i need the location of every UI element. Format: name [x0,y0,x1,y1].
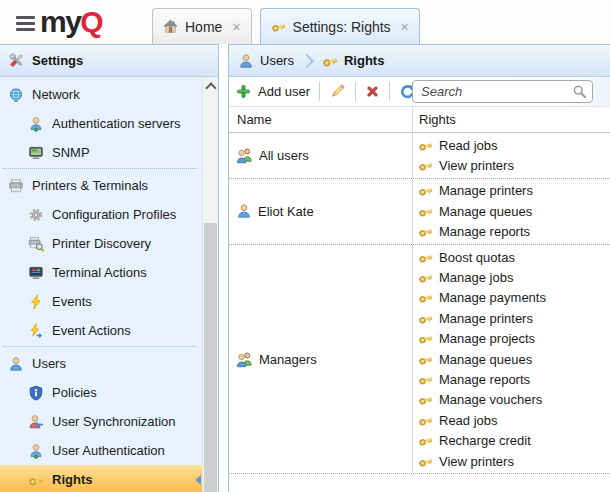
lightning-arrow-icon [28,323,44,339]
printer-search-icon [28,236,44,252]
settings-sidebar: Settings Network Authentication servers … [0,44,219,492]
sidebar-item-terminal-actions[interactable]: Terminal Actions [0,258,203,287]
key-icon [418,183,433,198]
rights-table: All users Read jobs View printers Eliot … [229,133,610,492]
sidebar-item-label: Printer Discovery [52,236,151,251]
name-cell: Managers [229,245,412,473]
tab-settings-rights[interactable]: Settings: Rights × [260,8,420,44]
sidebar-item-label: User Synchronization [52,414,176,429]
brand-wordmark: myQ [40,5,102,39]
sidebar-item-printers-terminals[interactable]: Printers & Terminals [0,171,203,200]
sidebar-item-printer-discovery[interactable]: Printer Discovery [0,229,203,258]
name-cell: All users [229,133,412,178]
user-sync-icon [28,414,44,430]
scrollbar-thumb[interactable] [204,223,217,492]
delete-x-icon [365,84,380,99]
key-icon [418,224,433,239]
right-entry: View printers [418,451,610,471]
sidebar-item-event-actions[interactable]: Event Actions [0,316,203,345]
right-entry: Manage vouchers [418,390,610,410]
globe-icon [8,87,24,103]
user-name: All users [259,148,309,163]
sidebar-item-label: Policies [52,385,97,400]
sidebar-item-label: Printers & Terminals [32,178,148,193]
close-icon[interactable]: × [401,20,409,34]
key-icon [418,290,433,305]
right-entry: Read jobs [418,135,610,155]
right-entry: Manage queues [418,349,610,369]
group-icon [236,351,253,368]
sidebar-item-label: User Authentication [52,443,165,458]
lightning-icon [28,294,44,310]
sidebar-item-user-synchronization[interactable]: User Synchronization [0,407,203,436]
sidebar-item-configuration-profiles[interactable]: Configuration Profiles [0,200,203,229]
sidebar-nav: Network Authentication servers SNMP Prin… [0,77,203,492]
key-icon [418,392,433,407]
sidebar-item-label: Users [32,356,66,371]
table-row[interactable]: Managers Boost quotas Manage jobs Manage… [229,245,610,474]
sidebar-item-user-authentication[interactable]: User Authentication [0,436,203,465]
hamburger-menu-icon[interactable] [16,16,35,31]
right-entry: Manage payments [418,288,610,308]
sidebar-item-events[interactable]: Events [0,287,203,316]
key-icon [418,352,433,367]
sidebar-item-label: Event Actions [52,323,131,338]
sidebar-item-network[interactable]: Network [0,80,203,109]
right-entry: Manage reports [418,369,610,389]
scroll-up-button[interactable] [203,77,218,93]
tab-home[interactable]: Home × [152,8,252,44]
sidebar-scrollbar [202,77,218,492]
column-header-name[interactable]: Name [229,107,412,132]
right-entry: Read jobs [418,410,610,430]
monitor-icon [28,145,44,161]
right-entry: Manage queues [418,201,610,221]
search-input[interactable] [412,80,593,103]
key-icon [418,158,433,173]
pencil-icon [329,83,346,100]
right-entry: Boost quotas [418,247,610,267]
group-icon [236,147,253,164]
toolbar-separator [355,82,356,101]
sidebar-item-label: Configuration Profiles [52,207,176,222]
breadcrumb: Users Rights [229,44,610,77]
key-icon [418,138,433,153]
column-header-rights[interactable]: Rights [412,107,610,132]
right-entry: Manage reports [418,222,610,242]
right-entry: Manage projects [418,329,610,349]
sidebar-item-label: Authentication servers [52,116,181,131]
printer-icon [8,178,24,194]
key-icon [271,19,286,34]
toolbar-separator [319,82,320,101]
breadcrumb-label: Users [260,53,294,68]
right-entry: Manage printers [418,308,610,328]
top-bar: myQ Home × Settings: Rights × [0,0,610,44]
sidebar-item-label: Events [52,294,92,309]
user-icon [236,203,252,219]
edit-button[interactable] [324,83,351,100]
table-row[interactable]: Eliot Kate Manage printers Manage queues… [229,179,610,245]
sidebar-title: Settings [32,53,83,68]
sidebar-item-label: Network [32,87,80,102]
search-icon[interactable] [572,84,587,99]
key-icon [418,250,433,265]
add-user-button[interactable]: Add user [231,84,315,99]
chevron-right-icon [300,53,314,67]
tools-icon [8,52,25,69]
close-icon[interactable]: × [232,20,240,34]
table-row[interactable]: All users Read jobs View printers [229,133,610,179]
myq-logo: myQ [16,5,102,39]
key-icon [418,454,433,469]
rights-cell: Boost quotas Manage jobs Manage payments… [412,245,610,473]
breadcrumb-users[interactable]: Users [238,53,294,69]
delete-button[interactable] [360,84,385,99]
sidebar-item-policies[interactable]: Policies [0,378,203,407]
toolbar-separator [389,82,390,101]
rights-cell: Read jobs View printers [412,133,610,178]
sidebar-item-rights[interactable]: Rights [0,465,203,492]
sidebar-item-authentication-servers[interactable]: Authentication servers [0,109,203,138]
right-entry: View printers [418,155,610,175]
sidebar-item-snmp[interactable]: SNMP [0,138,203,167]
terminal-icon [28,265,44,281]
sidebar-item-users[interactable]: Users [0,349,203,378]
gear-icon [28,207,44,223]
